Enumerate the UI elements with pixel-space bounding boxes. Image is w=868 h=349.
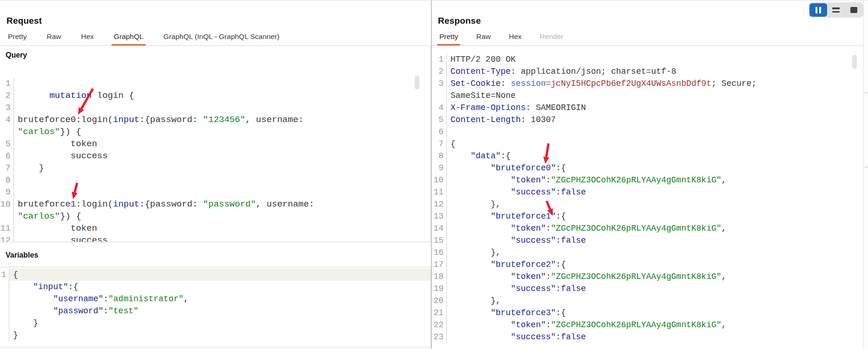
- line-number: 4: [0, 114, 14, 126]
- code-line: 11 token: [0, 222, 431, 234]
- line-number: 10: [0, 198, 14, 210]
- response-tabs-row: PrettyRawHexRender \n: [432, 29, 868, 45]
- query-heading: Query: [6, 51, 27, 59]
- scroll-edge-strip[interactable]: [863, 0, 868, 349]
- code-line: 2Content-Type: application/json; charset…: [432, 65, 863, 78]
- line-number: 7: [432, 138, 447, 150]
- pause-icon: [816, 7, 821, 13]
- code-line: 23 "success":false: [432, 331, 863, 343]
- scroll-tick: [865, 167, 868, 168]
- line-number: [0, 329, 9, 341]
- tab-raw[interactable]: Raw: [475, 29, 492, 45]
- single-view-layout-button[interactable]: [845, 3, 862, 17]
- line-number: 11: [432, 186, 447, 198]
- code-line: 3Set-Cookie: session=jcNyI5HCpcPb6ef2UgX…: [432, 78, 863, 90]
- code-line: 21 "bruteforce3":{: [432, 307, 863, 319]
- code-line: 6: [432, 126, 863, 138]
- line-number: 2: [0, 90, 14, 102]
- line-number: 12: [432, 198, 447, 210]
- line-number: 9: [0, 186, 14, 198]
- code-line: 10bruteforce1:login(input:{password: "pa…: [0, 198, 431, 210]
- response-body-editor[interactable]: 1HTTP/2 200 OK2Content-Type: application…: [432, 46, 863, 349]
- line-number: 8: [0, 174, 14, 186]
- code-line: "username":"administrator",: [0, 293, 431, 305]
- tab-raw[interactable]: Raw: [45, 29, 62, 45]
- line-number: 23: [432, 331, 447, 343]
- code-line: 8 "data":{: [432, 150, 863, 162]
- line-number: [0, 293, 9, 305]
- code-line: 12 success: [0, 234, 431, 242]
- code-line: 1{: [0, 269, 431, 281]
- code-line: 16 },: [432, 246, 863, 259]
- line-number: 9: [432, 162, 447, 174]
- line-number: 16: [432, 246, 447, 259]
- response-scrollbar[interactable]: [852, 55, 857, 69]
- tab-pretty[interactable]: Pretty: [7, 29, 28, 45]
- layout-controls: [809, 2, 863, 18]
- code-line: "carlos"}) {: [0, 210, 431, 222]
- line-number: 7: [0, 162, 14, 174]
- code-line: 2 mutation login {: [0, 90, 431, 102]
- response-code: 1HTTP/2 200 OK2Content-Type: application…: [432, 53, 863, 343]
- line-number: 20: [432, 295, 447, 307]
- code-line: SameSite=None: [432, 90, 863, 102]
- response-panel: Response PrettyRawHexRender \n: [432, 0, 868, 349]
- code-line: 9: [0, 186, 431, 198]
- tab-render: Render: [538, 29, 565, 45]
- line-number: 18: [432, 271, 447, 283]
- panel-divider[interactable]: [431, 0, 432, 349]
- tab-graphql-inql-graphql-scanner[interactable]: GraphQL (InQL - GraphQL Scanner): [162, 29, 281, 45]
- pause-layout-button[interactable]: [809, 3, 827, 17]
- tab-hex[interactable]: Hex: [80, 29, 96, 45]
- code-line: 17 "bruteforce2":{: [432, 259, 863, 271]
- line-number: 4: [432, 102, 447, 114]
- burp-repeater-view: Request PrettyRawHexGraphQLGraphQL (InQL…: [0, 0, 868, 349]
- line-number: 3: [0, 102, 14, 114]
- line-number: 1: [0, 269, 9, 281]
- code-line: 8: [0, 174, 431, 186]
- graphql-variables-editor[interactable]: 1{ "input":{ "username":"administrator",…: [0, 267, 431, 348]
- code-line: 15 "success":false: [432, 234, 863, 246]
- line-number: 12: [0, 234, 14, 242]
- tab-graphql[interactable]: GraphQL: [112, 29, 145, 45]
- tab-pretty[interactable]: Pretty: [438, 29, 459, 45]
- code-line: 11 "success":false: [432, 186, 863, 198]
- code-line: 12 },: [432, 198, 863, 210]
- code-line: "input":{: [0, 281, 431, 293]
- line-number: [432, 90, 447, 102]
- line-number: 21: [432, 307, 447, 319]
- variables-code: 1{ "input":{ "username":"administrator",…: [0, 269, 431, 341]
- query-scrollbar[interactable]: [415, 76, 419, 90]
- code-line: }: [0, 329, 431, 341]
- line-number: 13: [432, 210, 447, 222]
- line-number: 8: [432, 150, 447, 162]
- line-number: [0, 305, 9, 317]
- graphql-query-editor[interactable]: Query 12 mutation login {34bruteforce0:l…: [0, 45, 431, 242]
- line-number: [0, 317, 9, 329]
- horizontal-split-layout-button[interactable]: [827, 3, 845, 17]
- line-number: 6: [432, 126, 447, 138]
- line-number: 2: [432, 65, 447, 78]
- code-line: 3: [0, 102, 431, 114]
- variables-heading: Variables: [6, 251, 38, 259]
- line-number: 19: [432, 283, 447, 295]
- line-number: 10: [432, 174, 447, 186]
- code-line: 18 "token":"ZGcPHZ3OCohK26pRLYAAy4gGmntK…: [432, 271, 863, 283]
- code-line: 9 "bruteforce0":{: [432, 162, 863, 174]
- tab-hex[interactable]: Hex: [508, 29, 523, 45]
- code-line: 6 success: [0, 150, 431, 162]
- code-line: 19 "success":false: [432, 283, 863, 295]
- code-line: }: [0, 317, 431, 329]
- query-code: 12 mutation login {34bruteforce0:login(i…: [0, 78, 431, 242]
- line-number: 5: [0, 138, 14, 150]
- horizontal-split-icon: [832, 7, 840, 13]
- code-line: 13 "bruteforce1":{: [432, 210, 863, 222]
- code-line: "carlos"}) {: [0, 126, 431, 138]
- code-line: 7 }: [0, 162, 431, 174]
- line-number: 6: [0, 150, 14, 162]
- request-tabs: PrettyRawHexGraphQLGraphQL (InQL - Graph…: [7, 29, 431, 45]
- line-number: [0, 281, 9, 293]
- code-line: 7{: [432, 138, 863, 150]
- line-number: 3: [432, 78, 447, 90]
- line-number: 1: [432, 53, 447, 65]
